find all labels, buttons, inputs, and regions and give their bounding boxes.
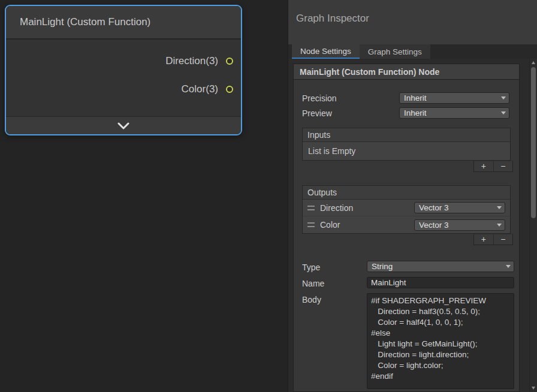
output-name-label: Color	[320, 220, 414, 230]
precision-value: Inherit	[404, 94, 427, 102]
scrollbar-thumb[interactable]	[531, 67, 536, 218]
name-label: Name	[302, 277, 367, 288]
inspector-header: Graph Inspector	[288, 0, 537, 44]
name-row: Name	[302, 277, 514, 288]
drag-handle-icon[interactable]	[307, 222, 315, 227]
type-dropdown[interactable]: String	[367, 261, 514, 272]
output-row-direction-setting[interactable]: Direction Vector 3	[303, 200, 510, 216]
inputs-header: Inputs	[303, 128, 510, 142]
drag-handle-icon[interactable]	[307, 206, 315, 210]
direction-output-port-icon[interactable]	[226, 58, 233, 65]
tab-graph-settings-label: Graph Settings	[368, 47, 422, 56]
output-direction-type-dropdown[interactable]: Vector 3	[414, 202, 505, 213]
tab-node-settings[interactable]: Node Settings	[292, 44, 360, 59]
node-expand-button[interactable]	[6, 116, 241, 134]
tab-graph-settings[interactable]: Graph Settings	[360, 44, 430, 59]
output-row-color: Color(3)	[6, 75, 241, 103]
outputs-section: Outputs Direction Vector 3 Color	[302, 185, 511, 234]
dropdown-arrow-icon	[497, 206, 502, 209]
graph-inspector-panel: Graph Inspector Node Settings Graph Sett…	[288, 0, 537, 392]
node-output-ports: Direction(3) Color(3)	[6, 40, 241, 103]
dropdown-arrow-icon	[501, 97, 506, 99]
node-settings-box: MainLight (Custom Function) Node Precisi…	[293, 64, 520, 392]
port-label-direction: Direction(3)	[165, 55, 218, 67]
preview-value: Inherit	[404, 108, 427, 117]
output-direction-type-value: Vector 3	[419, 203, 449, 212]
chevron-down-icon	[116, 122, 131, 129]
body-code-textarea[interactable]: #if SHADERGRAPH_PREVIEW Direction = half…	[367, 293, 514, 389]
outputs-header: Outputs	[303, 186, 510, 200]
output-color-type-dropdown[interactable]: Vector 3	[414, 219, 505, 231]
body-label: Body	[302, 293, 367, 391]
preview-dropdown[interactable]: Inherit	[399, 107, 509, 119]
inspector-scrollbar[interactable]	[529, 59, 537, 392]
node-settings-content: MainLight (Custom Function) Node Precisi…	[288, 59, 537, 392]
precision-label: Precision	[302, 94, 399, 103]
scroll-down-arrow-icon[interactable]	[532, 387, 535, 390]
output-color-type-value: Vector 3	[419, 221, 449, 230]
node-title: MainLight (Custom Function)	[20, 16, 150, 28]
inputs-section: Inputs List is Empty	[302, 128, 511, 161]
dropdown-arrow-icon	[506, 265, 511, 268]
outputs-list-controls: + −	[473, 234, 513, 245]
inspector-tabbar: Node Settings Graph Settings	[288, 44, 537, 59]
color-output-port-icon[interactable]	[226, 86, 233, 93]
dropdown-arrow-icon	[501, 111, 506, 114]
type-row: Type String	[302, 261, 514, 272]
node-mainlight-custom-function[interactable]: MainLight (Custom Function) Direction(3)…	[5, 5, 242, 135]
remove-output-button[interactable]: −	[493, 234, 513, 245]
precision-dropdown[interactable]: Inherit	[399, 92, 509, 104]
output-name-label: Direction	[320, 203, 414, 213]
inspector-title: Graph Inspector	[296, 13, 369, 24]
precision-row: Precision Inherit	[302, 91, 514, 105]
inputs-empty-row: List is Empty	[303, 142, 510, 160]
add-output-button[interactable]: +	[474, 234, 493, 245]
tab-node-settings-label: Node Settings	[300, 47, 351, 56]
type-value: String	[372, 262, 393, 271]
node-title-bar[interactable]: MainLight (Custom Function)	[6, 6, 241, 40]
preview-label: Preview	[302, 108, 399, 118]
shader-graph-window: MainLight (Custom Function) Direction(3)…	[0, 0, 537, 392]
type-label: Type	[302, 261, 367, 272]
scroll-up-arrow-icon[interactable]	[532, 61, 535, 64]
node-settings-box-title: MainLight (Custom Function) Node	[294, 64, 519, 80]
port-label-color: Color(3)	[182, 83, 218, 95]
name-input[interactable]	[367, 277, 514, 288]
output-row-direction: Direction(3)	[6, 47, 241, 75]
dropdown-arrow-icon	[497, 224, 502, 227]
add-input-button[interactable]: +	[474, 161, 493, 171]
preview-row: Preview Inherit	[302, 105, 514, 120]
inputs-list-controls: + −	[473, 161, 513, 172]
body-row: Body #if SHADERGRAPH_PREVIEW Direction =…	[302, 293, 514, 391]
output-row-color-setting[interactable]: Color Vector 3	[303, 216, 510, 233]
remove-input-button[interactable]: −	[493, 161, 513, 171]
